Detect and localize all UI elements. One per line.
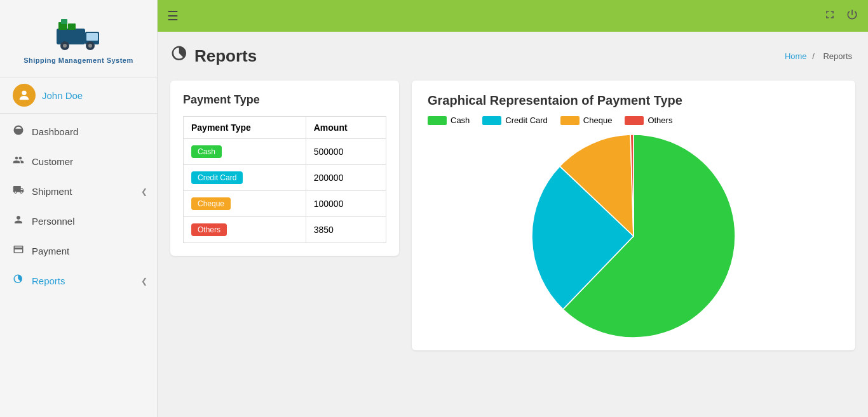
legend-label: Others <box>648 116 672 125</box>
payment-table-card: Payment Type Payment Type Amount Cash500… <box>170 81 399 256</box>
reports-arrow-icon: ❮ <box>141 277 147 286</box>
svg-point-10 <box>22 91 26 95</box>
col-amount: Amount <box>306 117 386 139</box>
expand-icon[interactable] <box>824 8 836 24</box>
page-header: Reports Home / Reports <box>170 44 855 68</box>
nav-menu: Dashboard Customer Shipment ❮ Personnel <box>0 117 157 296</box>
svg-rect-0 <box>57 29 85 44</box>
payment-table-title: Payment Type <box>183 93 386 107</box>
payment-type-cell: Credit Card <box>184 165 306 191</box>
payment-icon <box>13 244 24 258</box>
table-row: Cheque100000 <box>184 191 386 217</box>
logo-area: Shipping Management System <box>24 6 133 77</box>
legend-color <box>625 116 644 125</box>
legend-label: Cheque <box>583 116 613 125</box>
payment-type-badge: Others <box>191 223 227 236</box>
logo-icon <box>53 16 104 54</box>
sidebar-item-customer[interactable]: Customer <box>0 147 157 176</box>
sidebar-item-payment[interactable]: Payment <box>0 236 157 266</box>
logo-title: Shipping Management System <box>24 56 133 64</box>
amount-cell: 3850 <box>306 217 386 243</box>
amount-cell: 200000 <box>306 165 386 191</box>
legend-label: Credit Card <box>505 116 547 125</box>
page-content: Reports Home / Reports Payment Type Paym… <box>158 32 868 417</box>
legend-label: Cash <box>451 116 470 125</box>
user-area: John Doe <box>0 77 157 114</box>
payment-type-cell: Cash <box>184 139 306 165</box>
avatar <box>13 84 36 107</box>
svg-rect-9 <box>61 19 67 24</box>
legend-item: Cash <box>428 116 470 125</box>
chart-legend: CashCredit CardChequeOthers <box>428 116 839 125</box>
amount-cell: 100000 <box>306 191 386 217</box>
amount-cell: 500000 <box>306 139 386 165</box>
table-row: Cash500000 <box>184 139 386 165</box>
pie-chart <box>532 135 735 338</box>
chart-card: Graphical Representaion of Payment Type … <box>412 81 855 350</box>
topbar-icons <box>824 8 858 24</box>
payment-type-cell: Others <box>184 217 306 243</box>
table-row: Credit Card200000 <box>184 165 386 191</box>
legend-color <box>428 116 447 125</box>
sidebar-item-customer-label: Customer <box>32 156 73 167</box>
personnel-icon <box>13 214 24 228</box>
main-content: ☰ Reports Home / Reports <box>158 0 868 417</box>
sidebar-item-shipment[interactable]: Shipment ❮ <box>0 176 157 206</box>
shipment-arrow-icon: ❮ <box>141 187 147 196</box>
breadcrumb: Home / Reports <box>785 51 855 61</box>
sidebar-item-reports-label: Reports <box>32 275 65 286</box>
svg-rect-8 <box>68 23 76 30</box>
username: John Doe <box>42 90 83 101</box>
sidebar-item-payment-label: Payment <box>32 246 69 256</box>
sidebar-item-personnel[interactable]: Personnel <box>0 206 157 236</box>
legend-color <box>560 116 580 125</box>
legend-item: Others <box>625 116 672 125</box>
payment-table: Payment Type Amount Cash500000Credit Car… <box>183 116 386 243</box>
breadcrumb-home[interactable]: Home <box>785 51 807 61</box>
sidebar-item-personnel-label: Personnel <box>32 216 75 227</box>
payment-type-cell: Cheque <box>184 191 306 217</box>
chart-title: Graphical Representaion of Payment Type <box>428 93 839 108</box>
legend-color <box>482 116 501 125</box>
page-title-area: Reports <box>170 44 257 68</box>
sidebar-item-dashboard-label: Dashboard <box>32 126 78 137</box>
topbar: ☰ <box>158 0 868 32</box>
svg-point-6 <box>88 44 92 48</box>
cards-row: Payment Type Payment Type Amount Cash500… <box>170 81 855 350</box>
page-title: Reports <box>194 46 257 66</box>
sidebar-item-shipment-label: Shipment <box>32 186 72 197</box>
breadcrumb-current: Reports <box>823 51 852 61</box>
payment-type-badge: Credit Card <box>191 171 243 184</box>
dashboard-icon <box>13 124 24 139</box>
customer-icon <box>13 154 24 169</box>
sidebar: Shipping Management System John Doe Dash… <box>0 0 158 417</box>
svg-point-4 <box>63 44 67 48</box>
payment-table-body: Cash500000Credit Card200000Cheque100000O… <box>184 139 386 243</box>
hamburger-button[interactable]: ☰ <box>167 8 179 23</box>
power-icon[interactable] <box>846 8 858 24</box>
legend-item: Cheque <box>560 116 613 125</box>
table-row: Others3850 <box>184 217 386 243</box>
payment-type-badge: Cash <box>191 145 222 158</box>
shipment-icon <box>13 184 24 199</box>
reports-icon <box>13 274 24 288</box>
sidebar-item-dashboard[interactable]: Dashboard <box>0 117 157 147</box>
payment-type-badge: Cheque <box>191 197 231 210</box>
page-title-icon <box>170 44 189 68</box>
breadcrumb-separator: / <box>812 51 815 61</box>
pie-chart-container <box>428 135 839 338</box>
col-payment-type: Payment Type <box>184 117 306 139</box>
svg-rect-2 <box>86 33 98 41</box>
sidebar-item-reports[interactable]: Reports ❮ <box>0 266 157 296</box>
legend-item: Credit Card <box>482 116 547 125</box>
